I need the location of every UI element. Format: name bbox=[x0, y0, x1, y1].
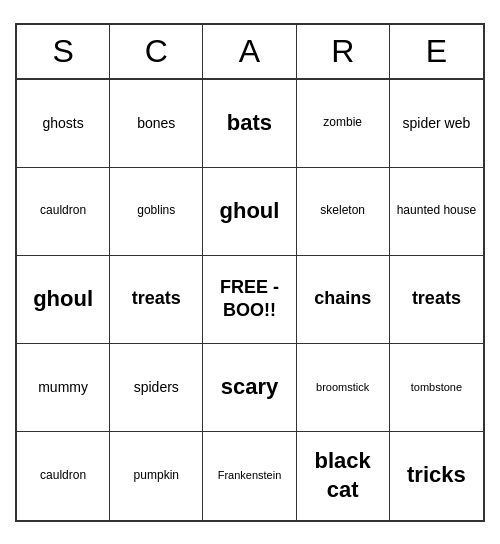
bingo-grid: ghosts bones bats zombie spider web caul… bbox=[17, 80, 483, 520]
cell-1-1[interactable]: goblins bbox=[110, 168, 203, 256]
cell-4-4[interactable]: tricks bbox=[390, 432, 483, 520]
cell-3-3[interactable]: broomstick bbox=[297, 344, 390, 432]
cell-2-0[interactable]: ghoul bbox=[17, 256, 110, 344]
col-header-r: R bbox=[297, 25, 390, 78]
cell-2-2-free[interactable]: FREE - BOO!! bbox=[203, 256, 296, 344]
cell-1-3[interactable]: skeleton bbox=[297, 168, 390, 256]
bingo-card: S C A R E ghosts bones bats zombie spide… bbox=[15, 23, 485, 522]
cell-3-1[interactable]: spiders bbox=[110, 344, 203, 432]
cell-4-1[interactable]: pumpkin bbox=[110, 432, 203, 520]
cell-0-0[interactable]: ghosts bbox=[17, 80, 110, 168]
cell-0-2[interactable]: bats bbox=[203, 80, 296, 168]
cell-3-2[interactable]: scary bbox=[203, 344, 296, 432]
cell-4-0[interactable]: cauldron bbox=[17, 432, 110, 520]
cell-4-3[interactable]: black cat bbox=[297, 432, 390, 520]
cell-1-4[interactable]: haunted house bbox=[390, 168, 483, 256]
cell-2-1[interactable]: treats bbox=[110, 256, 203, 344]
cell-0-3[interactable]: zombie bbox=[297, 80, 390, 168]
bingo-header: S C A R E bbox=[17, 25, 483, 80]
cell-2-4[interactable]: treats bbox=[390, 256, 483, 344]
cell-1-2[interactable]: ghoul bbox=[203, 168, 296, 256]
cell-4-2[interactable]: Frankenstein bbox=[203, 432, 296, 520]
col-header-e: E bbox=[390, 25, 483, 78]
col-header-c: C bbox=[110, 25, 203, 78]
cell-0-1[interactable]: bones bbox=[110, 80, 203, 168]
cell-3-0[interactable]: mummy bbox=[17, 344, 110, 432]
col-header-s: S bbox=[17, 25, 110, 78]
cell-0-4[interactable]: spider web bbox=[390, 80, 483, 168]
cell-1-0[interactable]: cauldron bbox=[17, 168, 110, 256]
cell-2-3[interactable]: chains bbox=[297, 256, 390, 344]
col-header-a: A bbox=[203, 25, 296, 78]
cell-3-4[interactable]: tombstone bbox=[390, 344, 483, 432]
